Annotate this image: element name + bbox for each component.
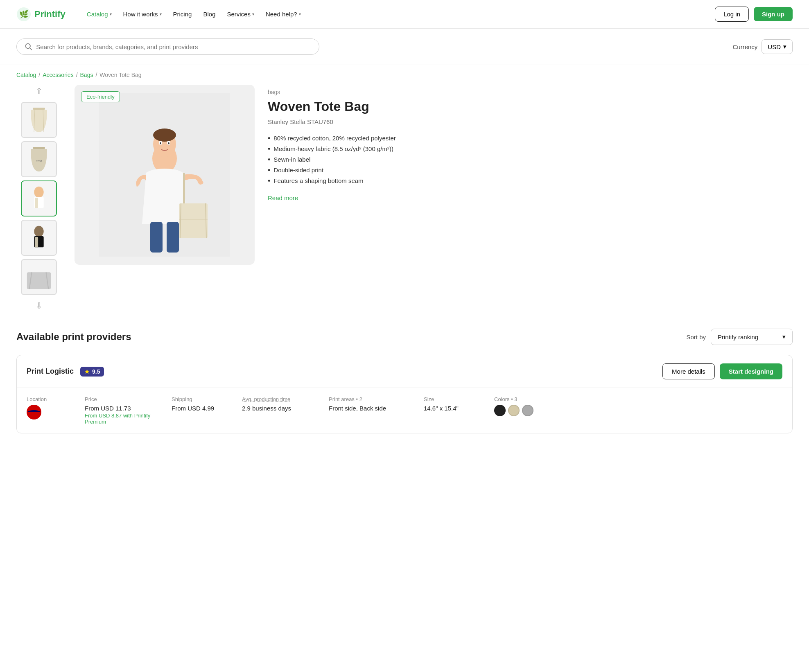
thumbnail-5[interactable] [21,259,57,295]
logo[interactable]: 🌿 Printify [16,7,66,22]
svg-point-24 [160,142,161,144]
production-value: 2.9 business days [242,405,324,412]
colors-header: Colors • 3 [494,396,560,402]
feature-5: Features a shaping bottom seam [268,176,793,187]
nav-pricing[interactable]: Pricing [168,7,197,21]
svg-point-9 [34,187,43,198]
provider-header-0: Print Logistic ★ 9.5 More details Start … [17,355,792,388]
flag-icon [27,405,41,419]
thumbnails: ⇧ Text [16,85,61,312]
production-header: Avg. production time [242,396,324,402]
providers-title: Available print providers [16,331,131,343]
svg-line-3 [30,48,32,50]
rating-badge-0: ★ 9.5 [80,367,104,377]
start-designing-button[interactable]: Start designing [720,363,782,379]
nav-catalog[interactable]: Catalog ▾ [82,7,117,21]
color-swatches [494,405,560,416]
product-name: Woven Tote Bag [268,99,793,114]
thumb-4-img [25,223,53,252]
svg-rect-11 [35,198,38,208]
price-premium: From USD 8.87 with Printify Premium [85,413,167,425]
col-shipping: Shipping From USD 4.99 [172,396,237,412]
search-icon [25,43,32,50]
breadcrumb-accessories[interactable]: Accessories [43,72,73,78]
feature-4: Double-sided print [268,165,793,176]
size-value: 14.6" x 15.4" [424,405,489,412]
thumb-3-img [25,184,53,213]
breadcrumb-catalog[interactable]: Catalog [16,72,36,78]
sort-chevron: ▾ [782,333,786,341]
product-features: 80% recycled cotton, 20% recycled polyes… [268,133,793,186]
provider-actions-0: More details Start designing [662,363,782,379]
read-more-link[interactable]: Read more [268,194,298,201]
svg-rect-27 [167,222,179,253]
currency-button[interactable]: USD ▾ [762,39,793,54]
product-info: bags Woven Tote Bag Stanley Stella STAU7… [268,85,793,202]
currency-label: Currency [732,43,757,50]
swatch-3 [522,405,533,416]
nav-actions: Log in Sign up [715,7,793,22]
feature-1: 80% recycled cotton, 20% recycled polyes… [268,133,793,144]
col-location: Location [27,396,80,419]
nav-links: Catalog ▾ How it works ▾ Pricing Blog Se… [82,7,702,21]
currency-chevron: ▾ [783,43,786,50]
svg-point-25 [168,142,169,144]
sort-area: Sort by Printify ranking ▾ [686,329,793,345]
shipping-header: Shipping [172,396,237,402]
login-button[interactable]: Log in [715,7,749,22]
logo-icon: 🌿 [16,7,31,22]
svg-text:Text: Text [36,159,42,163]
provider-cols: Location Price From USD 11.73 From USD 8… [27,396,782,425]
signup-button[interactable]: Sign up [754,7,793,21]
col-print-areas: Print areas • 2 Front side, Back side [329,396,419,412]
thumbnail-2[interactable]: Text [21,141,57,177]
breadcrumb-sep-2: / [76,72,78,78]
feature-2: Medium-heavy fabric (8.5 oz/yd² (300 g/m… [268,144,793,155]
thumbnail-1[interactable] [21,102,57,138]
swatch-1 [494,405,506,416]
price-header: Price [85,396,167,402]
search-section: Currency USD ▾ [0,29,809,65]
svg-rect-26 [150,222,163,253]
thumb-5-img [25,263,53,291]
nav-need-help[interactable]: Need help? ▾ [261,7,306,21]
thumb-nav-down[interactable]: ⇩ [32,299,45,312]
svg-rect-4 [33,108,45,110]
thumb-2-img: Text [25,145,53,174]
breadcrumb-bags[interactable]: Bags [80,72,93,78]
product-section: ⇧ Text [0,85,809,329]
currency-area: Currency USD ▾ [732,39,793,54]
print-areas-value: Front side, Back side [329,405,419,412]
location-flag [27,405,41,419]
navbar: 🌿 Printify Catalog ▾ How it works ▾ Pric… [0,0,809,29]
providers-header: Available print providers Sort by Printi… [16,329,793,345]
sort-label: Sort by [686,334,706,341]
thumb-list: Text [21,102,57,295]
thumbnail-4[interactable] [21,220,57,256]
nav-blog[interactable]: Blog [198,7,220,21]
thumbnail-3[interactable] [21,180,57,216]
need-help-chevron: ▾ [299,12,301,16]
more-details-button[interactable]: More details [662,363,715,379]
price-value: From USD 11.73 [85,405,167,412]
breadcrumb-sep-1: / [38,72,40,78]
main-image-container: Eco-friendly [75,85,255,265]
breadcrumb: Catalog / Accessories / Bags / Woven Tot… [0,65,809,85]
nav-how-it-works[interactable]: How it works ▾ [118,7,167,21]
providers-section: Available print providers Sort by Printi… [0,329,809,458]
print-areas-header: Print areas • 2 [329,396,419,402]
provider-name-0: Print Logistic [27,367,74,376]
catalog-chevron: ▾ [110,12,112,16]
provider-table-0: Location Price From USD 11.73 From USD 8… [17,388,792,433]
breadcrumb-current: Woven Tote Bag [99,72,141,78]
sort-select[interactable]: Printify ranking ▾ [711,329,793,345]
thumb-nav-up[interactable]: ⇧ [32,85,45,98]
product-category: bags [268,89,793,95]
search-wrapper [16,38,319,55]
svg-text:🌿: 🌿 [19,10,29,19]
svg-point-12 [34,226,43,237]
svg-rect-28 [183,173,185,205]
svg-rect-7 [33,147,45,149]
nav-services[interactable]: Services ▾ [222,7,259,21]
search-input[interactable] [36,43,311,50]
